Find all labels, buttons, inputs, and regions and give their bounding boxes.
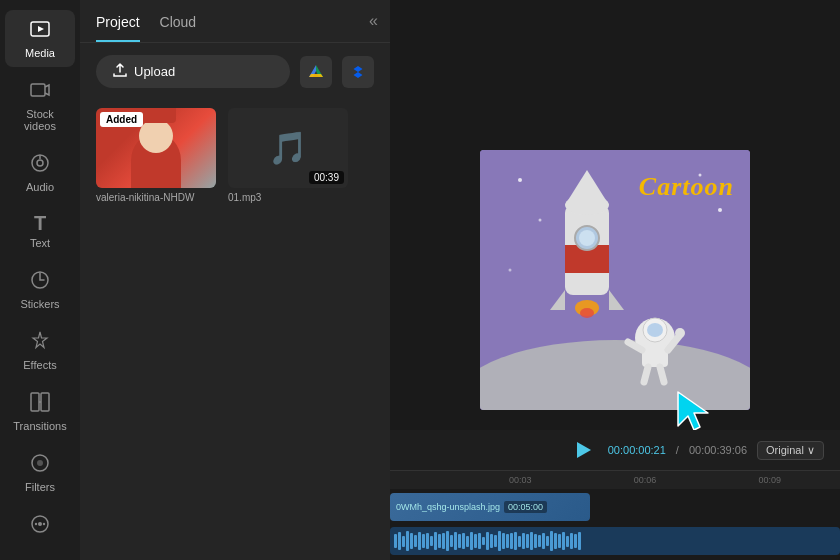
svg-point-27 [579,230,595,246]
wave-bar [522,533,525,548]
svg-point-44 [718,208,722,212]
svg-rect-7 [31,393,39,411]
transitions-icon [29,391,51,416]
wave-bar [546,536,549,546]
svg-point-38 [675,328,685,338]
wave-bar [418,532,421,551]
sidebar-item-text-label: Text [30,237,50,249]
sidebar-item-filters[interactable]: Filters [5,444,75,501]
quality-button[interactable]: Original ∨ [757,441,824,460]
svg-point-45 [509,269,512,272]
wave-bar [562,532,565,550]
play-icon [577,442,591,458]
sidebar-item-filters-label: Filters [25,481,55,493]
timecode-total: 00:00:39:06 [689,444,747,456]
wave-bar [474,534,477,547]
video-frame: Cartoon [480,150,750,410]
upload-button[interactable]: Upload [96,55,290,88]
wave-bar [410,533,413,548]
sidebar-item-stickers[interactable]: Stickers [5,261,75,318]
sidebar-item-transitions[interactable]: Transitions [5,383,75,440]
upload-label: Upload [134,64,175,79]
video-clip[interactable]: 0WMh_qshg-unsplash.jpg 00:05:00 [390,493,590,521]
wave-bar [398,532,401,550]
timeline-tracks: 0WMh_qshg-unsplash.jpg 00:05:00 [390,489,840,560]
audio-clip[interactable] [390,527,840,555]
wave-bar [542,533,545,550]
wave-bar [510,533,513,550]
audio-track [390,527,840,559]
preview-area: Cartoon 00:00:00:21 / 00:00:39:06 Origin… [390,0,840,560]
wave-bar [566,536,569,547]
wave-bar [578,532,581,551]
sidebar-item-audio[interactable]: Audio [5,144,75,201]
google-drive-button[interactable] [300,56,332,88]
media-item-audio[interactable]: 🎵 00:39 01.mp3 [228,108,348,203]
collapse-button[interactable]: « [369,12,378,30]
sidebar-item-more[interactable] [5,505,75,546]
wave-bar [402,536,405,547]
wave-bar [426,533,429,550]
sidebar-item-effects[interactable]: Effects [5,322,75,379]
wave-bar [570,533,573,548]
wave-bar [494,535,497,547]
playback-bar: 00:00:00:21 / 00:00:39:06 Original ∨ [390,430,840,470]
tab-cloud[interactable]: Cloud [160,14,197,42]
rocket-scene: Cartoon [480,150,750,410]
svg-point-4 [37,160,43,166]
wave-bar [490,534,493,548]
wave-bar [506,534,509,547]
wave-bar [454,532,457,550]
wave-bar [422,534,425,548]
clip-duration: 00:05:00 [504,501,547,513]
play-button[interactable] [570,436,598,464]
media-item-video[interactable]: Added valeria-nikitina-NHDW [96,108,216,203]
wave-bar [550,531,553,551]
svg-point-11 [37,460,43,466]
wave-bar [470,532,473,551]
cartoon-title: Cartoon [639,172,734,202]
stickers-icon [29,269,51,294]
sidebar-item-text[interactable]: T Text [5,205,75,257]
filters-icon [29,452,51,477]
svg-point-14 [35,523,37,525]
ruler-mark-1: 00:03 [458,475,583,485]
added-badge: Added [100,112,143,127]
wave-bar [414,535,417,547]
wave-bar [478,533,481,548]
svg-point-15 [43,523,45,525]
video-thumbnail: Added [96,108,216,188]
sidebar-item-effects-label: Effects [23,359,56,371]
audio-note-icon: 🎵 [268,129,308,167]
svg-point-13 [38,522,42,526]
sidebar-item-media-label: Media [25,47,55,59]
wave-bar [538,535,541,547]
svg-marker-19 [354,66,363,78]
svg-point-41 [518,178,522,182]
svg-line-40 [660,367,664,382]
sidebar-item-stickers-label: Stickers [20,298,59,310]
media-grid: Added valeria-nikitina-NHDW 🎵 00:39 01.m… [80,100,390,211]
audio-duration: 00:39 [309,171,344,184]
panel-toolbar: Upload [80,43,390,100]
wave-bar [450,535,453,547]
dropbox-button[interactable] [342,56,374,88]
video-item-name: valeria-nikitina-NHDW [96,192,216,203]
wave-bar [438,534,441,547]
wave-bar [502,533,505,548]
ruler-mark-2: 00:06 [583,475,708,485]
audio-icon [29,152,51,177]
wave-bar [394,534,397,547]
wave-bar [466,536,469,547]
sidebar-item-stock-videos[interactable]: Stock videos [5,71,75,140]
sidebar-item-media[interactable]: Media [5,10,75,67]
wave-bar [574,534,577,548]
sidebar-item-stock-label: Stock videos [9,108,71,132]
video-track: 0WMh_qshg-unsplash.jpg 00:05:00 [390,493,840,525]
wave-bar [446,531,449,551]
wave-bar [534,534,537,548]
media-icon [29,18,51,43]
sidebar: Media Stock videos Audio T Text [0,0,80,560]
tab-project[interactable]: Project [96,14,140,42]
svg-marker-18 [309,74,323,77]
